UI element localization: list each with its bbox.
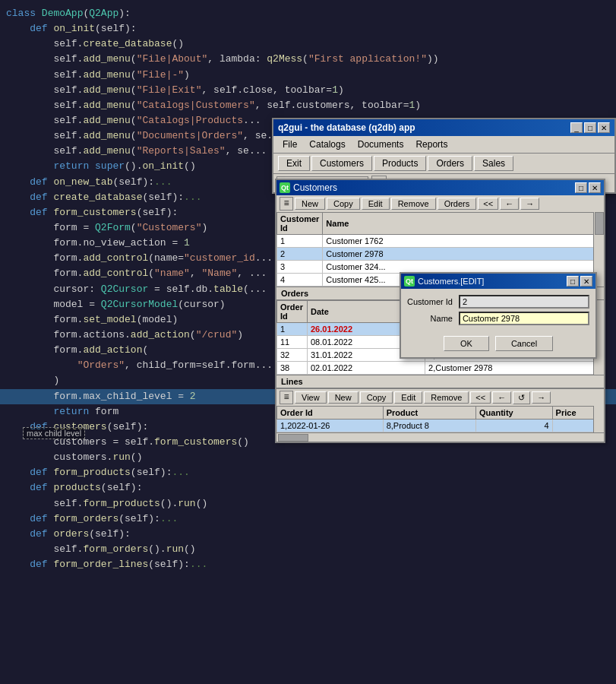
- minimize-button[interactable]: _: [570, 122, 583, 133]
- customer-id-label: Customer Id: [407, 297, 453, 306]
- customers-toolbar: ≡ New Copy Edit Remove Orders << ← →: [276, 195, 604, 212]
- order-id-cell: 1: [277, 323, 308, 336]
- nav-prev-button[interactable]: ←: [500, 198, 519, 210]
- dialog-buttons: OK Cancel: [401, 331, 595, 357]
- order-date-cell: 02.01.2022: [308, 362, 425, 375]
- code-line: self.create_database(): [0, 36, 616, 52]
- lines-nav-prev2[interactable]: <<: [470, 391, 491, 404]
- code-line: class DemoApp(Q2App):: [0, 6, 616, 21]
- order-customer-cell: 2,Customer 2978: [425, 362, 604, 375]
- lines-remove-button[interactable]: Remove: [424, 391, 469, 404]
- remove-button[interactable]: Remove: [391, 198, 436, 210]
- nav-prev2-button[interactable]: <<: [478, 198, 498, 210]
- line-quantity-cell: 4: [476, 420, 553, 432]
- lines-copy-button[interactable]: Copy: [360, 391, 393, 404]
- customer-id-cell: 2: [277, 248, 323, 261]
- line-order-id-cell: 1,2022-01-26: [277, 420, 384, 432]
- customer-name-cell: Customer 324...: [323, 261, 604, 274]
- customer-id-input[interactable]: [459, 295, 589, 309]
- h-scroll-thumb[interactable]: [278, 434, 308, 442]
- menu-file[interactable]: File: [276, 138, 303, 151]
- col-header-order-id: Order Id: [277, 301, 308, 323]
- lines-filter-icon[interactable]: ≡: [280, 391, 293, 404]
- edit-close-button[interactable]: ✕: [580, 276, 592, 287]
- qt-logo: Qt: [280, 182, 290, 193]
- edit-dialog: Qt Customers.[EDIT] □ ✕ Customer Id Name…: [400, 272, 597, 359]
- edit-maximize-button[interactable]: □: [567, 276, 579, 287]
- main-window-titlebar: q2gui - the database (q2db) app _ □ ✕: [273, 119, 614, 136]
- close-button[interactable]: ✕: [598, 122, 610, 133]
- code-line: def orders(self):: [0, 527, 616, 542]
- customers-window-title: Customers: [293, 182, 337, 193]
- toolbar-customers[interactable]: Customers: [311, 156, 372, 171]
- customers-close-button[interactable]: ✕: [589, 182, 601, 193]
- orders-button[interactable]: Orders: [438, 198, 477, 210]
- edit-dialog-titlebar: Qt Customers.[EDIT] □ ✕: [401, 274, 595, 289]
- customer-id-cell: 1: [277, 235, 323, 248]
- table-row[interactable]: 2 Customer 2978: [277, 248, 604, 261]
- customers-titlebar: Qt Customers □ ✕: [276, 180, 604, 195]
- lines-new-button[interactable]: New: [328, 391, 359, 404]
- code-line: def form_orders(self):...: [0, 511, 616, 527]
- code-line: self.add_menu("Catalogs|Customers", self…: [0, 98, 616, 113]
- menu-documents[interactable]: Documents: [352, 138, 410, 151]
- name-input[interactable]: [459, 312, 589, 325]
- lines-section-header: Lines: [276, 375, 604, 388]
- toolbar-sales[interactable]: Sales: [474, 156, 513, 171]
- lines-toolbar: ≡ View New Copy Edit Remove << ← ↺ →: [276, 388, 604, 406]
- table-row[interactable]: 1 Customer 1762: [277, 235, 604, 248]
- scrollbar-thumb[interactable]: [595, 212, 604, 235]
- menu-reports[interactable]: Reports: [409, 138, 453, 151]
- edit-form: Customer Id Name: [401, 289, 595, 331]
- code-line: self.add_menu("File|Exit", self.close, t…: [0, 83, 616, 98]
- edit-button[interactable]: Edit: [362, 198, 390, 210]
- toolbar-exit[interactable]: Exit: [278, 156, 310, 171]
- main-window-controls: _ □ ✕: [570, 122, 610, 133]
- order-id-cell: 38: [277, 362, 308, 375]
- customers-window-controls: □ ✕: [575, 182, 601, 193]
- menu-catalogs[interactable]: Catalogs: [303, 138, 351, 151]
- code-line: self.form_products().run(): [0, 496, 616, 511]
- ok-button[interactable]: OK: [444, 336, 489, 351]
- lines-undo-button[interactable]: ↺: [513, 391, 530, 404]
- copy-button[interactable]: Copy: [327, 198, 360, 210]
- horizontal-scrollbar[interactable]: [276, 432, 604, 442]
- col-header-name: Name: [323, 213, 604, 235]
- maximize-button[interactable]: □: [584, 122, 596, 133]
- order-id-cell: 32: [277, 349, 308, 362]
- customers-maximize-button[interactable]: □: [575, 182, 587, 193]
- col-header-customer-id: Customer Id: [277, 213, 323, 235]
- table-row[interactable]: 3 Customer 324...: [277, 261, 604, 274]
- new-button[interactable]: New: [295, 198, 325, 210]
- code-line: customers.run(): [0, 450, 616, 465]
- lines-nav-next[interactable]: →: [532, 391, 551, 404]
- lines-edit-button[interactable]: Edit: [394, 391, 422, 404]
- code-line: def form_products(self):...: [0, 465, 616, 480]
- lines-view-button[interactable]: View: [295, 391, 327, 404]
- col-header-line-order-id: Order Id: [277, 407, 384, 420]
- filter-icon[interactable]: ≡: [280, 197, 293, 211]
- customer-id-cell: 3: [277, 261, 323, 274]
- table-row[interactable]: 1,2022-01-26 8,Product 8 4: [277, 420, 604, 432]
- col-header-quantity: Quantity: [476, 407, 553, 420]
- edit-dialog-title: Customers.[EDIT]: [418, 277, 484, 286]
- lines-scrollbar[interactable]: [593, 406, 604, 432]
- code-line: def form_order_lines(self):...: [0, 557, 616, 572]
- edit-qt-logo: Qt: [404, 276, 415, 287]
- line-product-cell: 8,Product 8: [383, 420, 475, 432]
- lines-nav-prev[interactable]: ←: [492, 391, 511, 404]
- toolbar-products[interactable]: Products: [374, 156, 426, 171]
- lines-table-container: Order Id Product Quantity Price 1,2022-0…: [276, 406, 604, 432]
- toolbar-orders[interactable]: Orders: [428, 156, 472, 171]
- code-line: def products(self):: [0, 480, 616, 496]
- order-id-cell: 11: [277, 336, 308, 349]
- cancel-button[interactable]: Cancel: [495, 336, 553, 351]
- main-toolbar: Exit Customers Products Orders Sales: [273, 154, 614, 174]
- table-row[interactable]: 38 02.01.2022 2,Customer 2978: [277, 362, 604, 375]
- edit-dialog-controls: □ ✕: [567, 276, 592, 287]
- name-label: Name: [407, 314, 453, 323]
- code-line: self.form_orders().run(): [0, 542, 616, 557]
- code-line: self.add_menu("File|-"): [0, 68, 616, 83]
- main-window-title: q2gui - the database (q2db) app: [278, 122, 415, 133]
- nav-next-button[interactable]: →: [520, 198, 539, 210]
